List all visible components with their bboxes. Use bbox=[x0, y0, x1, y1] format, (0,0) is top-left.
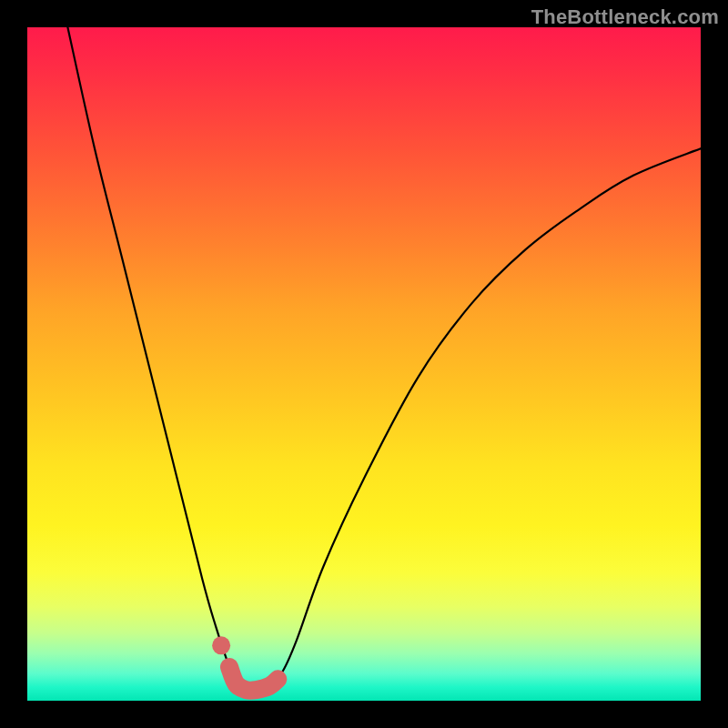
plot-area bbox=[27, 27, 701, 701]
watermark-text: TheBottleneck.com bbox=[531, 5, 719, 29]
chart-stage: TheBottleneck.com bbox=[0, 0, 728, 728]
highlight-start-dot bbox=[212, 636, 230, 654]
bottleneck-curve bbox=[67, 27, 701, 691]
curve-svg bbox=[27, 27, 701, 701]
optimal-range-highlight bbox=[229, 667, 278, 691]
